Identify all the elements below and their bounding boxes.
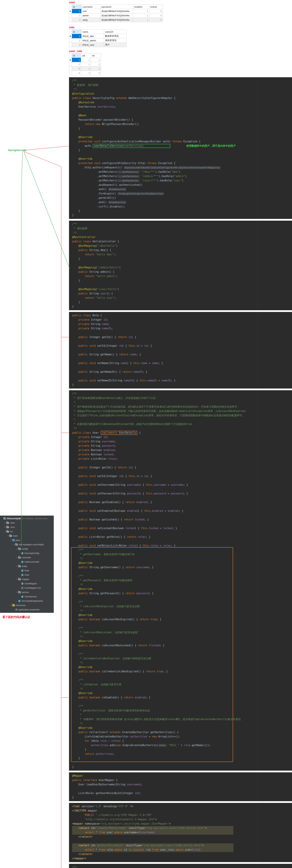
orange-highlight-box: implements UserDetails [101,431,137,435]
tree-item-user[interactable]: CUser [0,573,54,577]
tree-item-mapper[interactable]: ▾mapper [0,577,54,581]
tree-item-securitydbapplication[interactable]: CSecuritydbApplication [0,599,54,603]
code-line: * [72,400,292,405]
code-line: public interface UserMapper { [72,778,292,782]
code-line: /** [72,548,292,552]
code-line: public String getNameZh() { return nameZ… [72,370,292,374]
code-line: </select> [72,852,292,856]
tree-item-label: .idea [10,521,15,525]
code-line [72,596,292,600]
code-line [72,539,292,544]
code-line: public void setId(Integer id) { this.id … [72,344,292,348]
project-tree: 02securitydbD:\software_ware\worksp▸.ide… [0,516,54,613]
code-line [72,109,292,113]
tree-item-role[interactable]: CRole [0,568,54,573]
table-row: 2admin$2a$10$RMuFXGQ5AtH4w10 [69,13,163,18]
code-line: /** [72,600,292,604]
chevron-down-icon[interactable]: ▾ [7,534,9,538]
tree-item-java[interactable]: ▾java [0,538,54,542]
code-line [72,522,292,526]
tree-item-service[interactable]: ▾service [0,590,54,594]
tree-item-usermapper.xml[interactable]: xUserMapper.xml [0,586,54,590]
tree-item-main[interactable]: ▾main [0,534,54,538]
code-line: public String getPassword() { return pas… [72,591,292,596]
db-grid: iduidrid▶111212322433 [69,53,101,75]
tree-item-application.properties[interactable]: ≡application.properties [0,608,54,612]
code-line: @Override [72,135,292,140]
code-line: auth.userDetailsService(userService); 使用… [72,144,292,148]
code-line: /** [72,222,292,226]
chevron-down-icon[interactable]: ▾ [16,564,18,568]
chevron-down-icon[interactable]: ▾ [16,555,18,560]
code-line: select * from user where username=#{user… [72,830,292,835]
tree-item-entity[interactable]: ▾entity [0,564,54,568]
code-line: * 配置类: 用户权限 [72,83,292,87]
package-icon [18,548,21,550]
tree-item-userservice[interactable]: CUserService [0,594,54,599]
code-line: @Bean [72,113,292,118]
tree-item-label: application.properties [19,608,40,612]
tree-item-config[interactable]: ▾config [0,547,54,551]
tree-item-label: controller [22,555,31,560]
table-cell: 2 [91,66,101,71]
tree-item-label: UserService [25,594,37,599]
row-marker [69,18,72,22]
table-cell: 3 [72,18,81,22]
row-marker-header [69,54,72,58]
chevron-right-icon[interactable]: ▸ [4,521,6,525]
tree-item-.mvn[interactable]: ▸.mvn [0,525,54,529]
table-cell: admin [81,13,101,18]
code-line: public String dba() { [72,248,292,252]
tree-item-usermapper[interactable]: IUserMapper [0,581,54,586]
code-line: @GetMapping("/user/hello") [72,287,292,291]
code-line: .and() HttpSecurity [72,187,292,191]
column-header-name: name [81,30,104,34]
tree-item-.idea[interactable]: ▸.idea [0,521,54,525]
tree-item-securityconfig[interactable]: CSecurityConfig [0,551,54,555]
code-line: @Configuration [72,92,292,96]
chevron-down-icon[interactable]: ▾ [13,542,15,547]
column-header-locked: locked [149,5,163,9]
column-header-enabled: enabled [133,5,149,9]
chevron-down-icon[interactable]: ▾ [4,529,6,534]
code-line: * [72,713,292,717]
code-line [72,513,292,518]
table-row: ▶111 [69,58,101,62]
code-line: protected void configure(HttpSecurity ht… [72,161,292,165]
margin-guide [258,864,258,868]
green-highlight-box: userDetailsService(userService); [93,144,170,148]
code-line: List<Role> getUserRolesById(Integer id); [72,791,292,796]
package-icon [18,591,21,593]
tree-item-hellocontroller[interactable]: CHelloController [0,560,54,564]
code-line: } [72,209,292,213]
tree-item-label: UserMapper [25,581,37,586]
code-line: return authorities; [72,752,292,756]
tree-item-org.myslayers.securitydb[interactable]: ▾org.myslayers.securitydb [0,542,54,547]
code-line: * getUsername: 获取当前用户对象的用户名 [72,552,292,557]
chevron-down-icon[interactable]: ▾ [16,577,18,581]
folder-icon [6,530,9,533]
link-green-to-hellocontroller [24,151,70,269]
chevron-down-icon[interactable]: ▾ [16,547,18,551]
chevron-right-icon[interactable]: ▸ [4,525,6,529]
chevron-down-icon[interactable]: ▾ [10,603,12,608]
chevron-down-icon[interactable]: ▾ [16,590,18,594]
chevron-down-icon[interactable]: ▾ [10,538,12,542]
code-line: * getAuthorities: 获取当前用户对象所具有的角色信息 [72,709,292,713]
table-row: 3ROLE_user用户 [69,43,126,47]
tree-item-src[interactable]: ▾src [0,529,54,534]
code-line: return "hello dba!"; [72,252,292,257]
table-cell: 0 [149,18,163,22]
code-line: authorities.add(new SimpleGrantedAuthori… [72,743,292,747]
table-cell: 1 [81,58,91,62]
table-cell: 1 [81,62,91,66]
table-cell: 1 [72,58,81,62]
tree-item-resources[interactable]: ▾resources [0,603,54,608]
code-line: public void setLocked(Boolean locked) { … [72,526,292,530]
code-line: private Integer id; [72,435,292,439]
tree-item-02securitydb[interactable]: 02securitydbD:\software_ware\worksp [0,516,54,521]
tree-item-controller[interactable]: ▾controller [0,555,54,560]
code-line: .anyRequest().authenticated() [72,183,292,187]
code-line: */ [72,609,292,613]
code-line: */ [72,687,292,691]
